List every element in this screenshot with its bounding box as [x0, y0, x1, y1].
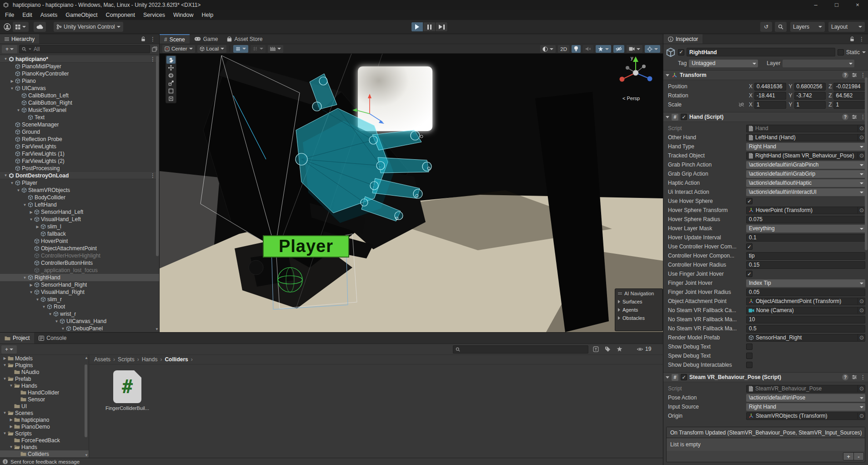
- project-tree-item[interactable]: ▼Hands: [0, 444, 89, 450]
- property-text-field[interactable]: tip: [746, 252, 865, 260]
- tab-asset-store[interactable]: Asset Store: [222, 34, 267, 44]
- lock-icon[interactable]: [850, 36, 854, 42]
- axis-value-field[interactable]: 0.6800256: [794, 83, 826, 91]
- tree-arrow-icon[interactable]: ▼: [2, 363, 8, 367]
- menu-help[interactable]: Help: [197, 10, 217, 20]
- tab-game[interactable]: Game: [190, 34, 223, 44]
- component-menu-icon[interactable]: ⋮: [860, 72, 866, 78]
- ai-nav-item-obstacles[interactable]: Obstacles: [615, 314, 662, 322]
- breadcrumb-item[interactable]: Assets: [94, 356, 110, 363]
- hierarchy-search-input[interactable]: All: [19, 45, 150, 53]
- play-button[interactable]: [411, 22, 423, 32]
- object-field[interactable]: HoverPoint (Transform)⊙: [746, 207, 865, 214]
- property-text-field[interactable]: 0.5: [746, 325, 865, 333]
- tree-arrow-icon[interactable]: ▼: [15, 108, 21, 112]
- active-checkbox[interactable]: ✓: [678, 49, 684, 56]
- hierarchy-item[interactable]: ▼slim_r: [0, 296, 159, 303]
- tree-arrow-icon[interactable]: ▶: [35, 225, 40, 229]
- menu-edit[interactable]: Edit: [18, 10, 36, 20]
- camera-settings-dropdown[interactable]: [627, 45, 642, 53]
- presets-icon[interactable]: [852, 114, 857, 120]
- tree-arrow-icon[interactable]: ▼: [22, 203, 28, 207]
- tree-arrow-icon[interactable]: ▶: [2, 356, 8, 360]
- project-tree-item[interactable]: ▼Scenes: [0, 409, 89, 416]
- property-dropdown[interactable]: \actions\default\in\InteractUI: [746, 188, 865, 196]
- breadcrumb-item[interactable]: Hands: [142, 356, 158, 363]
- pause-button[interactable]: [423, 22, 436, 32]
- foldout-icon[interactable]: [666, 74, 669, 76]
- help-icon[interactable]: ?: [842, 114, 848, 120]
- maximize-button[interactable]: □: [826, 0, 847, 10]
- gameobject-name-field[interactable]: RightHand: [687, 48, 835, 56]
- transform-header[interactable]: Transform ? ⋮: [663, 70, 868, 80]
- hierarchy-item[interactable]: Reflection Probe: [0, 136, 159, 143]
- hierarchy-item[interactable]: FarViewLights (1): [0, 150, 159, 157]
- ai-nav-item-agents[interactable]: Agents: [615, 306, 662, 314]
- tree-arrow-icon[interactable]: ▼: [60, 327, 66, 331]
- project-tree-item[interactable]: HandCollider: [0, 389, 89, 396]
- project-tree-item[interactable]: ▼Prefab: [0, 375, 89, 382]
- hierarchy-scrollbar[interactable]: [156, 56, 159, 256]
- asset-file[interactable]: #FingerColliderBuil...: [102, 370, 152, 411]
- tab-project[interactable]: Project: [0, 333, 34, 344]
- object-field[interactable]: LeftHand (Hand)⊙: [746, 134, 865, 142]
- tab-console[interactable]: Console: [34, 333, 71, 344]
- hierarchy-item[interactable]: ▼Player: [0, 179, 159, 187]
- hierarchy-item[interactable]: Text: [0, 114, 159, 121]
- layer-dropdown[interactable]: [783, 60, 854, 67]
- account-icon[interactable]: [2, 22, 13, 32]
- hierarchy-item[interactable]: ObjectAttachmentPoint: [0, 245, 159, 252]
- property-dropdown[interactable]: \actions\default\in\GrabGrip: [746, 170, 865, 178]
- hierarchy-item[interactable]: fallback: [0, 230, 159, 238]
- property-checkbox[interactable]: [746, 344, 753, 350]
- layout-dropdown[interactable]: Layout: [828, 22, 865, 32]
- services-grid-button[interactable]: [13, 22, 29, 32]
- static-dropdown-icon[interactable]: [862, 51, 866, 53]
- object-picker-icon[interactable]: ⊙: [858, 298, 864, 304]
- object-field[interactable]: SteamVR_Behaviour_Pose⊙: [746, 385, 865, 393]
- object-picker-icon[interactable]: ⊙: [858, 385, 864, 392]
- hierarchy-item[interactable]: ▶SensorHand_Left: [0, 208, 159, 216]
- hierarchy-item[interactable]: ▼DontDestroyOnLoad⋮: [0, 172, 159, 179]
- project-tree-item[interactable]: ▶hapticpiano: [0, 416, 89, 423]
- hierarchy-item[interactable]: ▼MusicTextPanel: [0, 106, 159, 114]
- hierarchy-item[interactable]: HoverPoint: [0, 238, 159, 245]
- scene-viewport[interactable]: y < Persp Player AI Navigation SurfacesA…: [160, 54, 663, 332]
- tree-arrow-icon[interactable]: ▼: [2, 411, 8, 415]
- hierarchy-item[interactable]: ▼VisualHand_Right: [0, 288, 159, 296]
- hierarchy-item[interactable]: ▼SteamVRObjects: [0, 187, 159, 194]
- project-tree-item[interactable]: ▼Scripts: [0, 430, 89, 437]
- tree-arrow-icon[interactable]: ▼: [8, 445, 14, 449]
- gameobject-cube-icon[interactable]: [666, 47, 676, 57]
- object-picker-icon[interactable]: ⊙: [858, 334, 864, 341]
- object-picker-icon[interactable]: ⊙: [858, 307, 864, 313]
- menu-gameobject[interactable]: GameObject: [61, 10, 101, 20]
- project-tree-item[interactable]: ForceFeedBack: [0, 437, 89, 444]
- project-scroll-down-icon[interactable]: ▼: [85, 453, 88, 457]
- property-checkbox[interactable]: [746, 353, 753, 359]
- presets-icon[interactable]: [852, 72, 857, 78]
- component-menu-icon[interactable]: ⋮: [860, 374, 866, 380]
- object-field[interactable]: Hand⊙: [746, 125, 865, 132]
- perspective-label[interactable]: < Persp: [622, 96, 640, 101]
- scene-picker-icon[interactable]: [152, 46, 157, 52]
- tree-arrow-icon[interactable]: ▶: [28, 283, 34, 287]
- object-picker-icon[interactable]: ⊙: [858, 125, 864, 131]
- hierarchy-item[interactable]: PianoMidiPlayer: [0, 63, 159, 70]
- object-field[interactable]: None (Camera)⊙: [746, 307, 865, 314]
- foldout-icon[interactable]: [666, 116, 669, 118]
- tree-arrow-icon[interactable]: ▶: [9, 79, 15, 83]
- property-text-field[interactable]: 0.05: [746, 288, 865, 296]
- pivot-dropdown[interactable]: Center: [162, 45, 195, 53]
- tag-dropdown[interactable]: Untagged: [689, 60, 758, 67]
- project-scroll-up-icon[interactable]: ▲: [85, 356, 88, 360]
- property-dropdown[interactable]: \actions\default\in\GrabPinch: [746, 161, 865, 169]
- rotate-tool-button[interactable]: [166, 71, 176, 79]
- audio-toggle[interactable]: [583, 45, 593, 53]
- hierarchy-item[interactable]: ▼Root: [0, 303, 159, 310]
- property-text-field[interactable]: 10: [746, 316, 865, 323]
- property-checkbox[interactable]: ✓: [746, 271, 753, 277]
- object-field[interactable]: SensorHand_Right⊙: [746, 334, 865, 342]
- search-button[interactable]: [775, 22, 787, 32]
- hierarchy-item[interactable]: SceneManager: [0, 121, 159, 128]
